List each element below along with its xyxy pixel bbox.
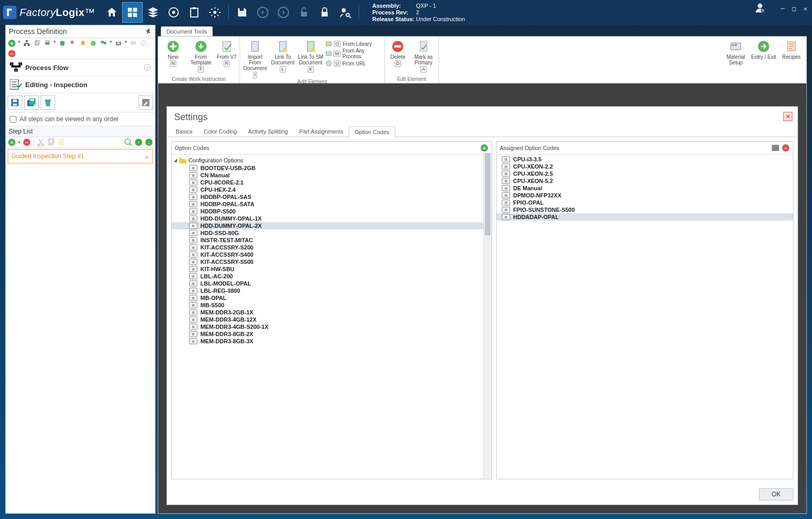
option-code-item[interactable]: |||HDDBP-S500	[172, 208, 492, 215]
assigned-code-item[interactable]: |||DE Manual	[497, 185, 793, 192]
pd-flag-icon[interactable]	[69, 39, 77, 47]
option-code-item[interactable]: |||MEM-DDR3-8GB-3X	[172, 338, 492, 345]
dialog-tab-part-assignments[interactable]: Part Assignments	[294, 126, 349, 137]
option-code-item[interactable]: |||HDD-DUMMY-OPAL-2X	[172, 222, 492, 229]
scrollbar[interactable]	[483, 153, 492, 479]
tree-root[interactable]: ◢ Configuration Options	[172, 156, 492, 164]
from-v7-button[interactable]: From V7 R	[216, 40, 238, 67]
from-url-button[interactable]: UFrom URL	[326, 60, 382, 66]
assigned-code-item[interactable]: |||CPU-XEON-2.5	[497, 170, 793, 177]
pd-camera-icon[interactable]	[114, 39, 123, 47]
pd-block-icon[interactable]	[140, 39, 148, 47]
maximize-button[interactable]: □	[790, 5, 798, 12]
recipes-button[interactable]: Recipes	[779, 40, 804, 60]
back-icon[interactable]	[252, 2, 273, 23]
dialog-tab-activity-splitting[interactable]: Activity Splitting	[243, 126, 294, 137]
any-order-row[interactable]: All steps can be viewed in any order	[6, 112, 155, 126]
step-add-icon[interactable]: +	[8, 138, 16, 146]
from-any-button[interactable]: MFrom Any Process	[326, 48, 382, 59]
disk-multi-icon[interactable]	[24, 95, 39, 110]
entry-exit-button[interactable]: Entry / Exit	[751, 40, 776, 60]
home-icon[interactable]	[102, 2, 122, 23]
editing-row[interactable]: Editing - Inspection	[6, 76, 155, 93]
option-code-item[interactable]: |||KIT-ACCSSRY-S400	[172, 251, 492, 258]
pd-print-icon[interactable]	[43, 39, 52, 47]
from-library-button[interactable]: OFrom Library	[326, 41, 382, 47]
grid-icon[interactable]	[122, 2, 143, 23]
user-icon[interactable]	[754, 2, 766, 15]
new-button[interactable]: New N	[160, 40, 186, 67]
pd-hierarchy-icon[interactable]	[23, 39, 31, 47]
step-copy-icon[interactable]	[47, 138, 55, 146]
assigned-code-item[interactable]: |||FPIO-OPAL	[497, 199, 793, 206]
option-code-item[interactable]: |||LBL-MODEL-OPAL	[172, 280, 492, 287]
assigned-view-button[interactable]	[771, 144, 780, 152]
pd-copy-icon[interactable]	[33, 39, 41, 47]
option-code-item[interactable]: |||MEM-DDR3-2GB-1X	[172, 309, 492, 316]
assigned-code-item[interactable]: |||CPU-XEON-5.2	[497, 177, 793, 185]
layers-icon[interactable]	[143, 2, 163, 23]
option-code-item[interactable]: |||KIT-HW-SBU	[172, 265, 492, 273]
disk-icon[interactable]	[8, 95, 22, 110]
step-up-icon[interactable]: ↑	[134, 138, 143, 146]
option-code-item[interactable]: |||BOOTDEV-USB-2GB	[172, 164, 492, 172]
unlock-icon[interactable]	[294, 2, 314, 23]
pd-bell-icon[interactable]	[79, 39, 87, 47]
assigned-code-item[interactable]: |||CPU-XEON-2.2	[497, 163, 793, 170]
material-setup-button[interactable]: Material Setup	[723, 40, 749, 65]
scroll-thumb[interactable]	[485, 153, 490, 236]
assigned-code-item[interactable]: |||FPIO-SUNSTONE-S500	[497, 206, 793, 213]
any-order-checkbox[interactable]	[10, 116, 16, 123]
pd-flags-icon[interactable]	[99, 39, 108, 47]
minimize-button[interactable]: ─	[779, 5, 786, 12]
option-code-item[interactable]: |||INSTR-TEST-MITAC	[172, 237, 492, 244]
dialog-close-button[interactable]: ✕	[783, 112, 792, 121]
pd-delete-icon[interactable]: –	[8, 49, 16, 58]
step-down-icon[interactable]: ↓	[145, 138, 153, 146]
step-item-1[interactable]: Guided Inspection Step #1 ⌄	[8, 149, 153, 163]
option-code-item[interactable]: |||HDDBP-OPAL-SATA	[172, 200, 492, 208]
option-code-item[interactable]: |||MB-S500	[172, 302, 492, 309]
option-code-item[interactable]: |||HDD-SSD-80G	[172, 229, 492, 237]
pin-icon[interactable]	[145, 28, 152, 35]
option-code-item[interactable]: |||MEM-DDR3-8GB-2X	[172, 330, 492, 338]
option-code-item[interactable]: |||LBL-AC-200	[172, 273, 492, 280]
add-option-button[interactable]: +	[480, 144, 488, 152]
option-code-item[interactable]: |||MEM-DDR3-4GB-12X	[172, 316, 492, 323]
target-icon[interactable]	[163, 2, 184, 23]
assigned-codes-list[interactable]: |||CPU-i3-3.5|||CPU-XEON-2.2|||CPU-XEON-…	[497, 155, 793, 479]
edit-pencil-icon[interactable]	[139, 95, 153, 110]
pd-add-icon[interactable]: +	[8, 39, 16, 47]
delete-button[interactable]: Delete D	[387, 40, 409, 67]
ok-button[interactable]: OK	[759, 488, 793, 500]
pd-palette-icon[interactable]	[89, 39, 97, 47]
assigned-code-item[interactable]: |||HDDADAP-OPAL	[497, 213, 793, 221]
step-cut-icon[interactable]	[37, 138, 45, 146]
tree-caret-icon[interactable]: ◢	[174, 157, 177, 163]
option-code-item[interactable]: |||MB-OPAL	[172, 294, 492, 302]
clipboard-icon[interactable]	[184, 2, 205, 23]
option-code-item[interactable]: |||HDD-DUMMY-OPAL-1X	[172, 215, 492, 222]
option-code-item[interactable]: |||HDDBP-OPAL-SAS	[172, 193, 492, 200]
option-code-item[interactable]: |||CPU-8CORE-2.1	[172, 179, 492, 186]
pd-chat-icon[interactable]	[129, 39, 138, 47]
close-button[interactable]: ✕	[802, 5, 809, 12]
from-template-button[interactable]: From Template F	[188, 40, 214, 73]
option-code-item[interactable]: |||CPU-HEX-2.4	[172, 186, 492, 193]
gear-icon[interactable]	[205, 2, 225, 23]
primary-button[interactable]: Mark as Primary A	[411, 40, 436, 73]
remove-assigned-button[interactable]: –	[782, 144, 790, 152]
assigned-code-item[interactable]: |||CPU-i3-3.5	[497, 156, 793, 163]
option-code-item[interactable]: |||KIT-ACCSSRY-S200	[172, 244, 492, 251]
trash-icon[interactable]	[41, 95, 55, 110]
assigned-code-item[interactable]: |||DPMOD-NFP32XX	[497, 192, 793, 199]
dialog-tab-option-codes[interactable]: Option Codes	[349, 126, 395, 137]
option-code-item[interactable]: |||KIT-ACCSSRY-S500	[172, 258, 492, 265]
save-icon[interactable]	[232, 2, 252, 23]
user-search-icon[interactable]	[335, 2, 356, 23]
dialog-tab-color-coding[interactable]: Color Coding	[198, 126, 242, 137]
import-doc-button[interactable]: Import From Document I	[242, 40, 268, 78]
lock-icon[interactable]	[314, 2, 335, 23]
option-codes-tree[interactable]: ◢ Configuration Options |||BOOTDEV-USB-2…	[172, 155, 492, 479]
document-tools-tab[interactable]: Document Tools	[161, 26, 213, 36]
